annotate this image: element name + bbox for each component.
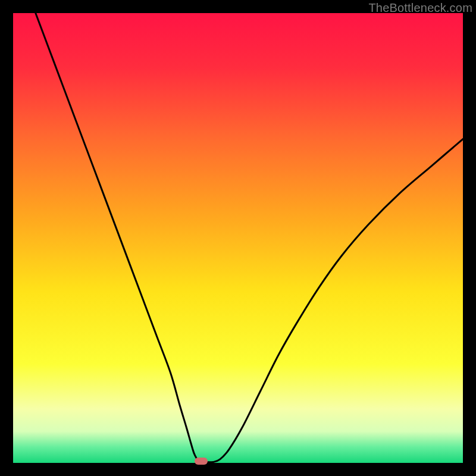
chart-plot-area	[13, 13, 463, 463]
chart-background-gradient	[13, 13, 463, 463]
optimum-marker	[195, 458, 208, 465]
chart-frame	[13, 13, 463, 463]
svg-rect-0	[13, 13, 463, 463]
watermark-text: TheBottleneck.com	[368, 1, 472, 15]
